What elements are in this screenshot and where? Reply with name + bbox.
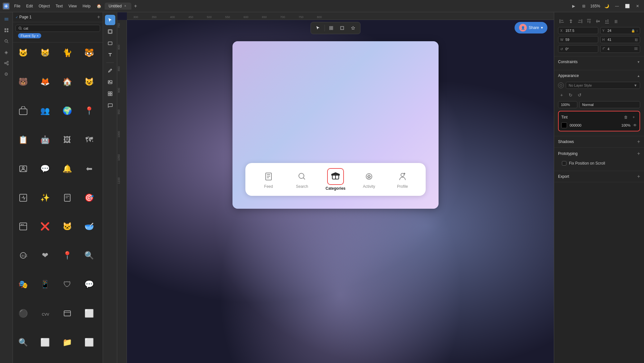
asset-item[interactable]: 🌍 [58,102,76,120]
tint-add-btn[interactable]: + [630,114,637,120]
asset-item[interactable] [14,189,32,207]
distribute-btn[interactable]: ||| [612,17,620,25]
opacity-field[interactable]: 100% [558,101,577,108]
corner-field[interactable]: 4 [600,45,640,53]
sync-style-btn[interactable]: ↻ [567,91,574,99]
minimize-btn[interactable]: — [613,2,621,10]
blend-mode-field[interactable]: Normal [579,101,640,108]
asset-item[interactable]: 🏠 [58,73,76,91]
nav-item-categories[interactable]: Categories [324,168,347,191]
constraints-chevron[interactable]: ▼ [637,60,640,64]
align-center-h-btn[interactable] [567,17,575,25]
asset-item[interactable]: ⬜ [36,333,54,351]
menu-help[interactable]: Help [80,3,93,9]
asset-item[interactable]: 🦊 [36,73,54,91]
align-center-v-btn[interactable] [594,17,602,25]
sidebar-prototyping-icon[interactable] [2,59,11,68]
layer-style-select[interactable]: No Layer Style ▼ [566,82,640,89]
tab-untitled[interactable]: Untitled × [105,3,131,10]
menu-file[interactable]: File [12,3,23,9]
asset-item[interactable] [14,160,32,178]
tab-close-btn[interactable]: × [123,4,128,8]
asset-item[interactable] [58,304,76,322]
align-left-btn[interactable] [558,17,566,25]
page-add-btn[interactable]: + [97,14,100,20]
filter-tag-fluent[interactable]: Fluent Sy × [18,33,41,38]
asset-item[interactable]: ✨ [36,189,54,207]
comment-tool[interactable] [105,100,115,110]
menu-text[interactable]: Text [53,3,65,9]
asset-item[interactable]: 🐱 [58,217,76,235]
nav-item-feed[interactable]: Feed [257,170,280,189]
canvas-component-btn[interactable] [327,24,336,33]
nav-item-search[interactable]: Search [291,170,313,189]
asset-item[interactable]: ❤ [36,246,54,264]
y-field[interactable]: Y 24 🔒 ↕ [600,27,640,34]
x-field[interactable]: X 157.5 [558,27,598,34]
asset-item[interactable]: 👥 [36,102,54,120]
asset-item[interactable]: 🔍 [80,246,98,264]
asset-item[interactable]: 🖼 [58,131,76,149]
asset-item[interactable]: 😸 [36,44,54,62]
asset-item[interactable]: 📋 [14,131,32,149]
nav-item-activity[interactable]: Activity [358,170,380,189]
home-icon[interactable]: 🏠 [95,2,103,10]
sidebar-layers-icon[interactable] [2,15,11,24]
asset-item[interactable]: 🔍 [14,333,32,351]
asset-item[interactable]: 📁 [58,333,76,351]
prototyping-add-btn[interactable]: + [637,151,640,157]
asset-item[interactable]: 📱 [36,275,54,293]
search-input[interactable] [24,26,97,30]
asset-item[interactable]: CVV [36,304,54,322]
add-style-btn[interactable]: + [558,91,565,99]
frame-tool[interactable] [105,26,115,37]
asset-item[interactable] [14,102,32,120]
filter-tag-remove[interactable]: × [36,34,38,38]
share-button[interactable]: 👤 Share ▾ [515,22,547,33]
asset-item[interactable]: ⚫ [14,304,32,322]
asset-item[interactable]: 🎭 [14,275,32,293]
select-tool[interactable] [105,15,115,25]
w-field[interactable]: W 59 [558,36,598,43]
fix-scroll-checkbox[interactable] [562,161,566,166]
asset-item[interactable]: 🔔 [58,160,76,178]
canvas-star-btn[interactable] [349,24,358,33]
asset-item[interactable]: 🤖 [36,131,54,149]
export-add-btn[interactable]: + [637,174,640,179]
asset-item[interactable]: 🎯 [80,189,98,207]
asset-item[interactable]: 📍 [80,102,98,120]
dark-mode-btn[interactable]: 🌙 [603,2,611,10]
angle-field[interactable]: ↺ 0° [558,45,598,53]
sidebar-assets-icon[interactable] [2,26,11,35]
asset-item[interactable]: 💬 [80,275,98,293]
asset-item[interactable]: ⬜ [80,333,98,351]
play-btn[interactable]: ▶ [570,2,577,10]
tint-visibility-btn[interactable]: 👁 [633,123,637,128]
edit-style-btn[interactable]: ↺ [576,91,583,99]
component-tool[interactable] [105,89,115,99]
asset-item[interactable]: 📍 [58,246,76,264]
asset-item[interactable]: 🥣 [80,217,98,235]
align-right-btn[interactable] [576,17,584,25]
asset-item[interactable] [14,217,32,235]
pen-tool[interactable] [105,65,115,76]
asset-item[interactable]: ⬅ [80,160,98,178]
asset-item[interactable] [58,189,76,207]
tab-add-btn[interactable]: + [132,3,139,10]
asset-item[interactable]: 🐱 [14,44,32,62]
asset-item[interactable]: ❌ [36,217,54,235]
asset-item[interactable]: ECO [14,246,32,264]
rectangle-tool[interactable] [105,38,115,48]
search-box[interactable] [15,25,100,32]
tint-color-swatch[interactable] [561,122,567,128]
sidebar-symbols-icon[interactable]: ◈ [2,48,11,57]
image-tool[interactable] [105,77,115,87]
shadows-add-btn[interactable]: + [637,139,640,145]
align-top-btn[interactable] [585,17,593,25]
zoom-display[interactable]: 165% [590,4,600,8]
menu-object[interactable]: Object [36,3,52,9]
tint-delete-btn[interactable]: 🗑 [623,114,629,120]
restore-btn[interactable]: ⬜ [623,2,631,10]
menu-edit[interactable]: Edit [24,3,35,9]
asset-item[interactable]: 🐈 [58,44,76,62]
